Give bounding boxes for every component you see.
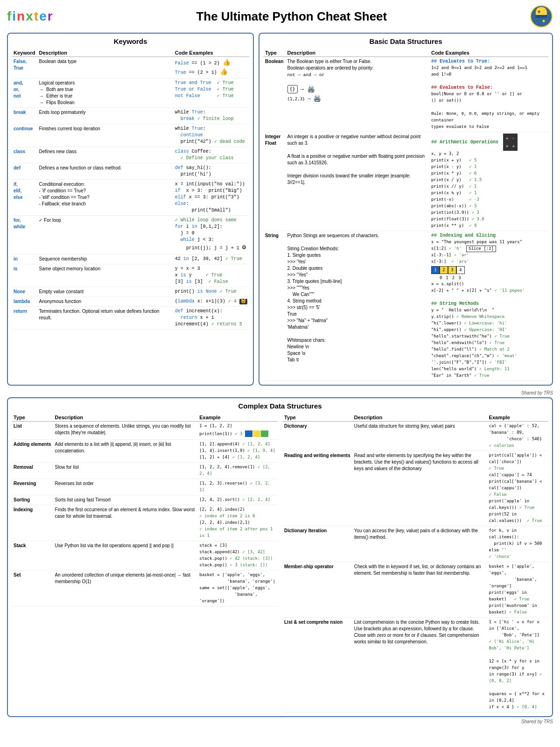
complex-ds-inner: Type Description Example List Stores a s… xyxy=(12,414,548,712)
table-row: Dictionary Useful data structure for sto… xyxy=(282,422,548,451)
table-row: List & set comprehe nsion List comprehen… xyxy=(282,618,548,712)
table-row: is Same object memory location y = x = 3… xyxy=(12,264,249,287)
table-row: Sorting Sorts list using fast Timsort [2… xyxy=(12,495,278,505)
table-row: False,True Boolean data type False == (1… xyxy=(12,57,249,78)
col-description: Description xyxy=(352,414,487,422)
table-row: Member-ship operator Check with the in k… xyxy=(282,562,548,618)
basic-ds-table: Type Description Code Examples Boolean T… xyxy=(263,49,548,381)
col-type: Type xyxy=(263,49,285,57)
table-row: IntegerFloat An integer is a positive or… xyxy=(263,132,548,231)
complex-ds-title: Complex Data Structures xyxy=(12,402,548,410)
table-row: for,while ✓ For loop ✓ While loop does s… xyxy=(12,216,249,254)
table-row: continue Finishes current loop iteration… xyxy=(12,124,249,147)
col-description: Description xyxy=(53,414,198,422)
keywords-section: Keywords Keyword Description Code Exampl… xyxy=(7,33,254,386)
table-row: List Stores a sequence of elements. Unli… xyxy=(12,422,278,440)
table-row: Stack Use Python list via the list opera… xyxy=(12,541,278,571)
col-type: Type xyxy=(12,414,53,422)
table-row: None Empty value constant print() is Non… xyxy=(12,287,249,296)
table-row: Adding elements Add elements to a list w… xyxy=(12,440,278,463)
table-row: Reading and writing elements Read and wr… xyxy=(282,451,548,526)
complex-ds-section: Complex Data Structures Type Description… xyxy=(7,397,553,717)
basic-ds-title: Basic Data Structures xyxy=(263,37,548,45)
table-row: return Terminates function. Optional ret… xyxy=(12,306,249,329)
complex-left-table: Type Description Example List Stores a s… xyxy=(12,414,278,606)
table-row: Reversing Reverses list order [1, 2, 3].… xyxy=(12,479,278,495)
col-code-examples: Code Examples xyxy=(173,49,249,57)
complex-right-table: Type Description Example Dictionary Usef… xyxy=(282,414,548,712)
table-row: def Defines a new function or class meth… xyxy=(12,163,249,180)
col-code-examples: Code Examples xyxy=(429,49,548,57)
col-type: Type xyxy=(282,414,352,422)
table-row: Dictionary Iteration You can access the … xyxy=(282,526,548,562)
keywords-table: Keyword Description Code Examples False,… xyxy=(12,49,249,330)
table-row: break Ends loop prematurely while True: … xyxy=(12,108,249,124)
svg-point-3 xyxy=(543,20,545,22)
complex-left-col: Type Description Example List Stores a s… xyxy=(12,414,278,712)
table-row: Indexing Finds the first occurrence of a… xyxy=(12,505,278,541)
col-description: Description xyxy=(37,49,173,57)
svg-point-2 xyxy=(538,11,540,13)
complex-right-col: Type Description Example Dictionary Usef… xyxy=(282,414,548,712)
shared-by-bottom: Shared by TRS xyxy=(7,719,553,724)
shared-by-top: Shared by TRS xyxy=(7,390,553,395)
table-row: Set An unordered collection of unique el… xyxy=(12,571,278,606)
finxter-logo: finxter xyxy=(7,9,54,24)
basic-ds-section: Basic Data Structures Type Description C… xyxy=(259,33,553,386)
col-keyword: Keyword xyxy=(12,49,37,57)
col-description: Description xyxy=(286,49,429,57)
col-example: Example xyxy=(197,414,278,422)
col-example: Example xyxy=(487,414,548,422)
table-row: in Sequence membership 42 in [2, 39, 42]… xyxy=(12,254,249,264)
table-row: lambda Anonymous function (lambda x: x+1… xyxy=(12,296,249,306)
python-logo-icon xyxy=(530,5,553,28)
page-header: finxter The Ultimate Python Cheat Sheet xyxy=(7,5,553,28)
table-row: and,or,not Logical operators → Both are … xyxy=(12,78,249,108)
table-row: Boolean The Boolean type is either True … xyxy=(263,57,548,132)
table-row: class Defines new class class Coffee: ✓ … xyxy=(12,147,249,163)
page-title: The Ultimate Python Cheat Sheet xyxy=(54,9,530,24)
keywords-title: Keywords xyxy=(12,37,249,45)
svg-rect-4 xyxy=(536,15,547,18)
table-row: if,elif,else Conditional execution: - 'i… xyxy=(12,180,249,216)
table-row: String Python Strings are sequences of c… xyxy=(263,231,548,381)
table-row: Removal Slow for list [1, 2, 2, 4].remov… xyxy=(12,463,278,479)
top-section: Keywords Keyword Description Code Exampl… xyxy=(7,33,553,386)
